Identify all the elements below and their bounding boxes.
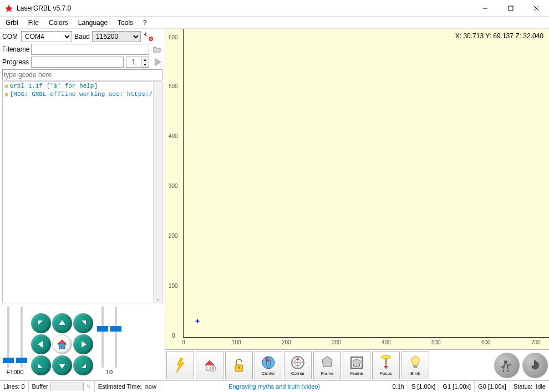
- svg-point-16: [381, 355, 391, 359]
- unlock-button[interactable]: [225, 352, 253, 379]
- step-slider-2[interactable]: [110, 307, 122, 368]
- maximize-button[interactable]: [498, 0, 523, 16]
- console-line: [MSG: GRBL offline working see: https:/…: [10, 91, 156, 98]
- tick-label: 0: [172, 333, 175, 339]
- tick-label: 200: [169, 233, 178, 239]
- menu-tools[interactable]: Tools: [118, 19, 133, 27]
- canvas-toolbar: Center Corner Frame Frame Focus Blink: [165, 349, 549, 380]
- svg-point-10: [262, 357, 274, 369]
- laser-position-marker: +: [195, 317, 200, 325]
- reset-button[interactable]: [166, 352, 194, 379]
- gear-icon: ⚙: [4, 91, 8, 98]
- lines-label: Lines:: [3, 383, 19, 390]
- menu-colors[interactable]: Colors: [49, 19, 68, 27]
- spinner-up[interactable]: ▲: [141, 57, 149, 62]
- close-button[interactable]: [523, 0, 549, 16]
- feed-label: F1000: [6, 369, 23, 375]
- jog-se-button[interactable]: [73, 355, 93, 375]
- tick-label: 100: [232, 339, 241, 345]
- filename-label: Filename: [2, 45, 29, 53]
- menu-language[interactable]: Language: [78, 19, 108, 27]
- gcode-input[interactable]: [2, 69, 162, 80]
- console-line: Grbl 1.1f ['$' for help]: [10, 83, 98, 90]
- frame-box-button[interactable]: Frame: [343, 352, 370, 379]
- spinner-down[interactable]: ▼: [141, 62, 149, 67]
- minimize-button[interactable]: [472, 0, 498, 16]
- preview-canvas[interactable]: X: 30.713 Y: 69.137 Z: 32.040 0 100 200 …: [165, 29, 549, 349]
- send-icon: ✎: [86, 383, 91, 390]
- window-title: LaserGRBL v5.7.0: [17, 4, 71, 12]
- blink-button[interactable]: Blink: [401, 352, 429, 379]
- jog-e-button[interactable]: [73, 334, 93, 354]
- run-button[interactable]: [151, 57, 162, 68]
- com-label: COM: [2, 33, 19, 40]
- tick-label: 400: [382, 339, 391, 345]
- jog-nw-button[interactable]: [31, 313, 51, 333]
- baud-select[interactable]: 115200: [92, 31, 141, 42]
- open-file-button[interactable]: [151, 44, 162, 55]
- baud-label: Baud: [74, 33, 90, 40]
- svg-rect-20: [534, 360, 536, 366]
- jog-n-button[interactable]: [52, 313, 72, 333]
- feed-slider[interactable]: [2, 307, 14, 368]
- jog-ne-button[interactable]: [73, 313, 93, 333]
- corner-button[interactable]: Corner: [284, 352, 312, 379]
- info-link[interactable]: Engraving myths and truth (video): [228, 383, 320, 390]
- svg-rect-1: [509, 6, 513, 11]
- step-slider[interactable]: [96, 307, 109, 368]
- tool-label: Center: [262, 371, 275, 376]
- com-select[interactable]: COM4: [21, 31, 72, 42]
- lines-value: 0: [21, 383, 24, 390]
- loop-count-input[interactable]: [126, 57, 141, 68]
- status-label: Status:: [514, 383, 532, 390]
- tick-label: 600: [481, 339, 491, 345]
- menu-file[interactable]: File: [28, 19, 39, 27]
- est-label: Estimated Time:: [98, 383, 142, 390]
- svg-point-9: [238, 366, 240, 369]
- resume-button[interactable]: [494, 353, 520, 378]
- console: ⚙Grbl 1.1f ['$' for help] ⚙[MSG: GRBL of…: [2, 82, 162, 303]
- jog-s-button[interactable]: [52, 355, 72, 375]
- tick-label: 500: [431, 339, 441, 345]
- tick-label: 700: [531, 339, 541, 345]
- jog-sw-button[interactable]: [31, 355, 51, 375]
- right-panel: X: 30.713 Y: 69.137 Z: 32.040 0 100 200 …: [165, 29, 549, 380]
- jog-w-button[interactable]: [31, 334, 51, 354]
- home-tool-button[interactable]: [196, 352, 223, 379]
- home-button[interactable]: [52, 334, 72, 354]
- tool-label: Blink: [410, 371, 420, 376]
- menu-grbl[interactable]: Grbl: [6, 19, 18, 27]
- tick-label: 300: [169, 183, 178, 189]
- svg-rect-18: [414, 365, 417, 368]
- tick-label: 200: [282, 339, 291, 345]
- filename-input[interactable]: [31, 44, 149, 55]
- tick-label: 300: [332, 339, 341, 345]
- tick-label: 400: [169, 133, 178, 139]
- focus-button[interactable]: Focus: [372, 352, 400, 379]
- menu-help[interactable]: ?: [143, 19, 147, 27]
- left-panel: COM COM4 Baud 115200 Filename Progress ▲…: [0, 29, 165, 380]
- loop-count-spinner[interactable]: ▲▼: [126, 57, 149, 68]
- jog-panel: F1000 10: [2, 307, 162, 375]
- speed-s[interactable]: S [1.00x]: [408, 381, 439, 392]
- step-label: 10: [106, 369, 113, 375]
- feed-slider-2[interactable]: [16, 307, 28, 368]
- center-button[interactable]: Center: [255, 352, 282, 379]
- progress-label: Progress: [2, 58, 29, 66]
- console-scrollbar[interactable]: ⌄: [153, 82, 162, 303]
- est-value: now: [145, 383, 156, 390]
- svg-point-19: [504, 360, 507, 364]
- progress-display: [31, 57, 124, 68]
- speed-g1[interactable]: G1 [1.00x]: [439, 381, 475, 392]
- disconnect-button[interactable]: [143, 31, 154, 42]
- speed-g0[interactable]: G0 [1.00x]: [475, 381, 510, 392]
- coordinates-display: X: 30.713 Y: 69.137 Z: 32.040: [455, 32, 543, 40]
- frame-outline-button[interactable]: Frame: [313, 352, 341, 379]
- buffer-label: Buffer: [32, 383, 48, 390]
- time-cell: 0.1h: [389, 381, 408, 392]
- tool-label: Focus: [380, 371, 392, 376]
- tick-label: 500: [169, 83, 178, 89]
- chevron-down-icon: ⌄: [156, 295, 159, 302]
- tool-label: Frame: [321, 371, 333, 376]
- pause-button[interactable]: [522, 353, 548, 378]
